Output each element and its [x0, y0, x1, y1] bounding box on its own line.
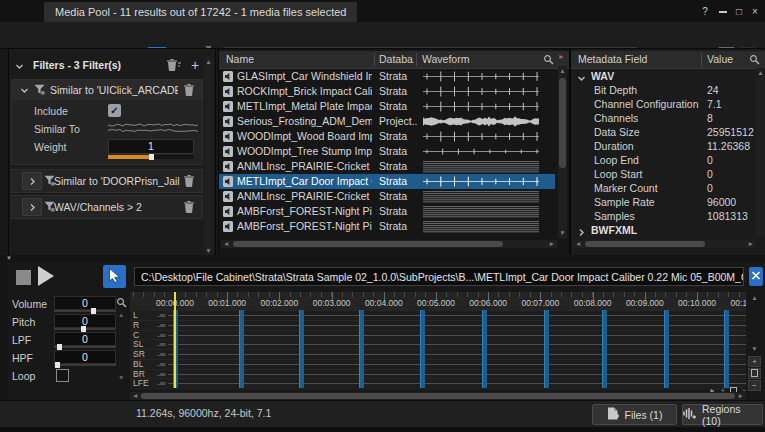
scroll-left-icon[interactable]: ◄ — [223, 240, 229, 248]
timeline-ruler[interactable]: 00:00.00000:01.00000:02.00000:03.00000:0… — [130, 292, 746, 311]
file-row[interactable]: GLASImpt_Car Windshield Impact (Strata — [219, 69, 555, 84]
timeline-hscrollbar[interactable]: ◄ ► — [130, 392, 746, 400]
filter-card-header[interactable]: Similar to 'UIClick_ARCADE-Cli... — [12, 80, 202, 100]
param-slider[interactable] — [54, 346, 116, 348]
metadata-field-row[interactable]: Sample Rate96000 — [571, 195, 756, 209]
file-row[interactable]: ROCKImpt_Brick Impact Caliber 0.2Strata — [219, 84, 555, 99]
play-button[interactable] — [38, 266, 54, 286]
metadata-field-row[interactable]: Samples1081313 — [571, 209, 756, 223]
param-slider[interactable] — [54, 310, 116, 312]
splitter-handle-icon[interactable]: ▼ — [6, 255, 12, 261]
file-row[interactable]: ANMLInsc_PRAIRIE-Cricket Wind GStrata — [219, 159, 555, 174]
add-filter-button[interactable]: + — [191, 57, 199, 73]
filters-scrollbar[interactable]: ▲ ▼ — [204, 57, 213, 257]
file-row[interactable]: AMBForst_FOREST-Night Pine Win(Strata — [219, 204, 555, 219]
loop-checkbox[interactable] — [56, 369, 69, 382]
scroll-right-icon[interactable]: ► — [738, 392, 744, 400]
scroll-up-icon[interactable]: ▲ — [750, 294, 759, 302]
param-slider[interactable] — [54, 328, 116, 330]
collapse-chevron-icon[interactable] — [15, 62, 24, 71]
group-chevron-icon[interactable] — [577, 227, 586, 239]
filter-expand-button[interactable] — [22, 172, 42, 190]
scroll-left-icon[interactable]: ◄ — [132, 392, 138, 400]
scroll-down-icon[interactable]: ▼ — [204, 247, 213, 255]
scroll-up-icon[interactable]: ▲ — [204, 58, 213, 66]
column-header-database[interactable]: Databa... — [379, 51, 414, 68]
scrollbar-thumb[interactable] — [585, 241, 705, 247]
splitter[interactable] — [0, 255, 765, 262]
playhead[interactable] — [174, 292, 176, 388]
metadata-hscrollbar[interactable]: ◄ ► — [573, 240, 756, 248]
list-search-icon[interactable] — [543, 54, 554, 65]
zoom-fit-button[interactable] — [748, 368, 761, 379]
delete-filter-button[interactable] — [184, 201, 194, 213]
file-list-scrollbar[interactable]: ▲ ▼ — [558, 66, 567, 238]
scrollbar-thumb[interactable] — [559, 78, 566, 168]
scroll-right-icon[interactable]: ► — [549, 240, 555, 248]
metadata-field-row[interactable]: Channels8 — [571, 111, 756, 125]
scroll-up-icon[interactable]: ▲ — [756, 69, 765, 77]
column-header-waveform[interactable]: Waveform — [422, 51, 522, 68]
scroll-down-icon[interactable]: ▼ — [558, 229, 567, 237]
file-row[interactable]: AMBForst_FOREST-Night Pine Win(Strata — [219, 219, 555, 234]
file-row[interactable]: WOODImpt_Wood Board Impact CStrata — [219, 129, 555, 144]
scroll-right-icon[interactable]: ► — [748, 240, 754, 248]
filter-expand-button[interactable] — [22, 198, 42, 216]
metadata-search-icon[interactable] — [749, 54, 760, 65]
metadata-field-row[interactable]: Marker Count0 — [571, 181, 756, 195]
minimize-button[interactable] — [715, 4, 731, 19]
scrollbar-thumb[interactable] — [141, 393, 735, 399]
param-value[interactable]: 0 — [54, 296, 116, 310]
scroll-up-icon[interactable]: ▲ — [558, 67, 567, 75]
list-pin-icon[interactable]: ► — [558, 53, 565, 60]
param-slider[interactable] — [54, 364, 116, 366]
scroll-down-icon[interactable]: ▼ — [750, 345, 759, 353]
metadata-field-row[interactable]: Data Size25951512 — [571, 125, 756, 139]
metadata-group-row[interactable]: WAV — [571, 69, 756, 83]
metadata-column-value[interactable]: Value — [707, 51, 745, 68]
zoom-in-button[interactable]: + — [748, 356, 761, 367]
help-button[interactable]: ? — [697, 4, 713, 19]
metadata-field-row[interactable]: Loop Start0 — [571, 167, 756, 181]
maximize-button[interactable]: □ — [731, 4, 747, 19]
timeline[interactable]: 00:00.00000:01.00000:02.00000:03.00000:0… — [130, 292, 746, 390]
param-slider-handle[interactable] — [55, 362, 60, 368]
file-row[interactable]: ANMLInsc_PRAIRIE-Cricket Wind GStrata — [219, 189, 555, 204]
param-value[interactable]: 0 — [54, 332, 116, 346]
column-header-name[interactable]: Name — [226, 51, 371, 68]
scroll-down-icon[interactable]: ▼ — [118, 374, 124, 381]
file-row[interactable]: Serious_Frosting_ADM_Demo_V23_Project... — [219, 114, 555, 129]
file-path-field[interactable]: C:\Desktop\File Cabinet\Strata\Strata Sa… — [134, 267, 744, 286]
clear-all-filters-button[interactable] — [167, 59, 181, 71]
metadata-field-row[interactable]: Channel Configuration7.1 — [571, 97, 756, 111]
file-list-hscrollbar[interactable]: ◄ ► — [221, 240, 557, 248]
regions-button[interactable]: Regions (10) — [682, 404, 763, 425]
collapse-chevron-icon[interactable] — [20, 86, 29, 95]
file-row[interactable]: METLImpt_Metal Plate Impact CalibStrata — [219, 99, 555, 114]
player-zoom-icon[interactable] — [116, 297, 127, 310]
window-tab[interactable]: Media Pool - 11 results out of 17242 - 1… — [44, 2, 357, 22]
zoom-out-button[interactable]: − — [748, 380, 761, 391]
file-row[interactable]: METLImpt_Car Door Impact CaliberStrata — [219, 174, 555, 189]
include-checkbox[interactable]: ✓ — [108, 104, 121, 117]
metadata-scrollbar[interactable]: ▲ — [756, 68, 765, 236]
metadata-column-field[interactable]: Metadata Field — [578, 51, 698, 68]
file-row[interactable]: WOODImpt_Tree Stump Impact CaStrata — [219, 144, 555, 159]
delete-filter-button[interactable] — [184, 84, 194, 96]
selection-cursor-button[interactable] — [103, 265, 126, 288]
metadata-field-row[interactable]: Loop End0 — [571, 153, 756, 167]
weight-slider[interactable] — [108, 155, 194, 159]
files-button[interactable]: Files (1) — [592, 404, 677, 425]
metadata-group-row[interactable]: BWFXML — [571, 223, 756, 237]
stop-button[interactable] — [16, 270, 31, 285]
metadata-field-row[interactable]: Bit Depth24 — [571, 83, 756, 97]
fit-view-button[interactable] — [749, 267, 763, 286]
weight-slider-handle[interactable] — [149, 154, 154, 160]
scrollbar-thumb[interactable] — [233, 241, 503, 247]
scroll-up-icon[interactable]: ▲ — [118, 311, 124, 318]
param-value[interactable]: 0 — [54, 350, 116, 364]
scroll-left-icon[interactable]: ◄ — [575, 240, 581, 248]
metadata-field-row[interactable]: Duration11.26368 — [571, 139, 756, 153]
close-button[interactable]: × — [747, 4, 763, 19]
delete-filter-button[interactable] — [184, 175, 194, 187]
